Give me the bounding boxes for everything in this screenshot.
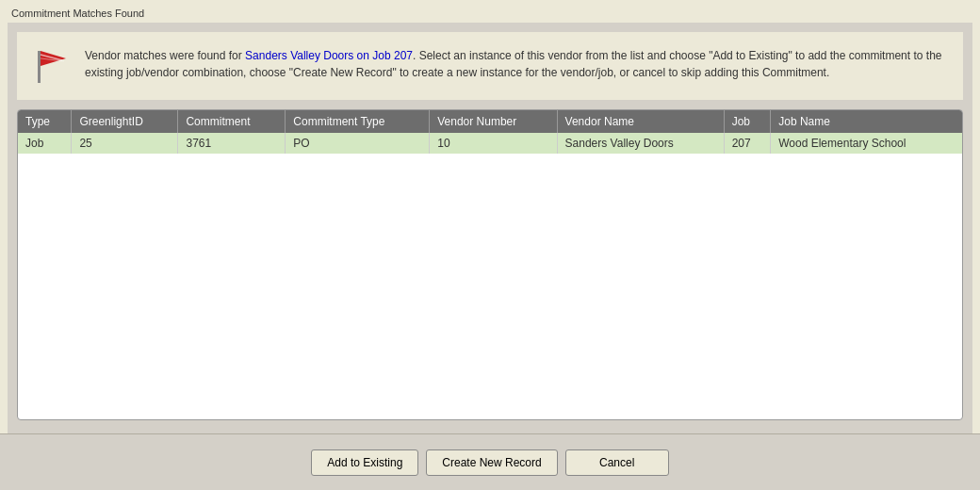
- table-header-row: Type GreenlightID Commitment Commitment …: [18, 110, 962, 133]
- table-cell: 25: [72, 133, 178, 154]
- table-cell: PO: [286, 133, 430, 154]
- title-bar: Commitment Matches Found: [0, 0, 980, 23]
- table-cell: 207: [724, 133, 771, 154]
- col-vendor-number: Vendor Number: [430, 110, 557, 133]
- message-text: Vendor matches were found for Sanders Va…: [85, 43, 952, 81]
- table-row[interactable]: Job253761PO10Sanders Valley Doors207Wood…: [18, 133, 962, 154]
- flag-icon: [28, 43, 74, 89]
- flag-svg: [30, 45, 72, 87]
- footer-area: Add to Existing Create New Record Cancel: [0, 433, 980, 490]
- results-table: Type GreenlightID Commitment Commitment …: [18, 110, 962, 154]
- table-cell: 3761: [178, 133, 286, 154]
- table-cell: Wood Elementary School: [771, 133, 962, 154]
- table-container: Type GreenlightID Commitment Commitment …: [17, 109, 963, 420]
- col-type: Type: [18, 110, 72, 133]
- col-job-name: Job Name: [771, 110, 962, 133]
- col-commitment-type: Commitment Type: [286, 110, 430, 133]
- content-area: Vendor matches were found for Sanders Va…: [8, 23, 972, 433]
- col-vendor-name: Vendor Name: [557, 110, 724, 133]
- cancel-button[interactable]: Cancel: [565, 449, 669, 476]
- message-box: Vendor matches were found for Sanders Va…: [17, 32, 963, 100]
- table-cell: 10: [430, 133, 557, 154]
- col-commitment: Commitment: [178, 110, 286, 133]
- main-window: Commitment Matches Found Vendor matches …: [0, 0, 980, 490]
- col-greenlight-id: GreenlightID: [72, 110, 178, 133]
- table-cell: Sanders Valley Doors: [557, 133, 724, 154]
- table-cell: Job: [18, 133, 72, 154]
- message-vendor-job: Sanders Valley Doors on Job 207: [245, 49, 413, 62]
- window-title: Commitment Matches Found: [11, 8, 144, 19]
- add-to-existing-button[interactable]: Add to Existing: [311, 449, 418, 476]
- create-new-record-button[interactable]: Create New Record: [426, 449, 557, 476]
- message-text-start: Vendor matches were found for: [85, 49, 245, 62]
- svg-rect-0: [38, 51, 41, 83]
- col-job: Job: [724, 110, 771, 133]
